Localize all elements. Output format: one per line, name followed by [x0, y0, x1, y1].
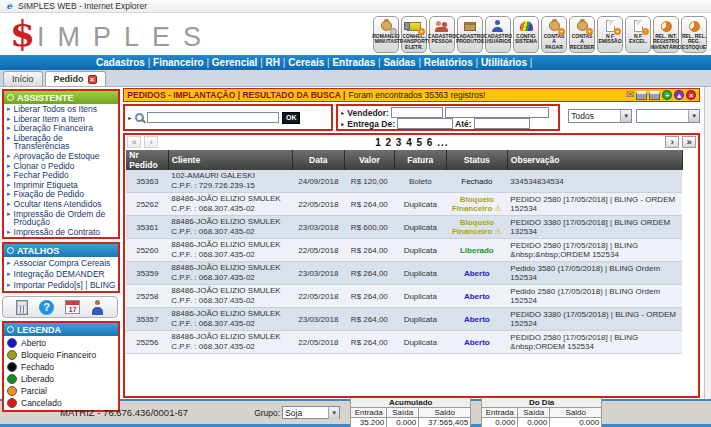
mail-icon[interactable]: ✉: [626, 90, 634, 100]
menu-cereais[interactable]: Cereais: [288, 57, 332, 68]
sidebar-item-liberacao-financeira[interactable]: ▸Liberação Financeira: [4, 124, 118, 133]
expander-icon[interactable]: ▸: [341, 120, 344, 127]
add-icon[interactable]: +: [662, 90, 672, 100]
sidebar-item-impressao-ordem-producao[interactable]: ▸Impressão de Ordem de Produção: [4, 210, 118, 227]
sidebar-item-impressao-contrato[interactable]: ▸Impressão de Contrato: [4, 228, 118, 237]
expander-icon[interactable]: ▸: [128, 114, 131, 121]
next-page-button[interactable]: ›: [665, 136, 679, 148]
grupo-select[interactable]: Soja ▼: [282, 406, 340, 419]
pie-chart-icon: [655, 19, 677, 34]
tab-pedido[interactable]: Pedido ×: [45, 71, 106, 86]
arrow-icon: ▸: [7, 162, 11, 171]
up-icon[interactable]: ▲: [674, 90, 684, 100]
table-row[interactable]: 35357 88486-JOÃO ELIZIO SMULEKC.P.F. : 0…: [126, 308, 682, 331]
toolbar-button-config-sistema[interactable]: CONFIG SISTEMA: [513, 16, 539, 53]
tab-inicio[interactable]: Início: [3, 71, 43, 86]
toolbar-button-nf-emissao[interactable]: + N F EMISSÃO: [597, 16, 623, 53]
entrega-de-input[interactable]: [397, 118, 453, 129]
ate-input[interactable]: [474, 118, 530, 129]
scrollbar[interactable]: [704, 87, 711, 399]
acumulado-title: Acumulado: [351, 398, 471, 408]
toolbar-button-romaneio-minutas[interactable]: ROMANEIO MINUTAS: [373, 16, 399, 53]
table-row[interactable]: 25262 88486-JOÃO ELIZIO SMULEKC.P.F. : 0…: [126, 193, 682, 216]
toolbar-button-rel-reg-estoque[interactable]: REL. REL. REG. ESTOQUE: [681, 16, 707, 53]
vendedor-label: Vendedor:: [347, 108, 389, 118]
toolbar-button-conhec-transporte[interactable]: + CONHEC. TRANSPORTE ELETR.: [401, 16, 427, 53]
sidebar-item-importar-pedidos-bling[interactable]: ▸Importar Pedido[s] | BLING: [4, 281, 118, 290]
sidebar-item-clonar-pedido[interactable]: ▸Clonar o Pedido: [4, 162, 118, 171]
status-dot-blue: [7, 338, 17, 348]
menu-cadastros[interactable]: Cadastros: [96, 57, 153, 68]
col-cliente[interactable]: Cliente: [168, 150, 292, 170]
col-data[interactable]: Data: [292, 150, 344, 170]
sidebar-item-imprimir-etiqueta[interactable]: ▸Imprimir Etiqueta: [4, 181, 118, 190]
search-input[interactable]: [147, 112, 279, 123]
table-row[interactable]: 35359 88486-JOÃO ELIZIO SMULEKC.P.F. : 0…: [126, 262, 682, 285]
print-icon[interactable]: [649, 91, 660, 100]
close-icon[interactable]: ×: [686, 90, 696, 100]
person-icon[interactable]: [91, 300, 104, 315]
cell-status: Aberto: [446, 308, 507, 331]
filter-row: ▸ OK ▸ Vendedor: ▸ Entrega De: Até:: [123, 104, 700, 131]
sidebar-item-aprovacao-estoque[interactable]: ▸Aprovação de Estoque: [4, 152, 118, 161]
calendar-icon[interactable]: 17: [65, 300, 80, 314]
menu-utilitarios[interactable]: Utilitários: [481, 57, 535, 68]
tipo-select[interactable]: Todos ▼: [568, 109, 632, 123]
sidebar-item-liberacao-transferencias[interactable]: ▸Liberação de Transferências: [4, 134, 118, 151]
toolbar-button-contas-a-pagar[interactable]: + CONTAS A PAGAR: [541, 16, 567, 53]
sidebar-item-integracao-demander[interactable]: ▸Integração DEMANDER: [4, 270, 118, 279]
menu-entradas[interactable]: Entradas: [332, 57, 383, 68]
cell-valor: R$ 264,00: [344, 239, 394, 262]
document-icon: +: [599, 19, 621, 34]
bullet-circle-icon: [7, 94, 14, 101]
toolbar-button-contas-a-receber[interactable]: + CONTAS A RECEBER: [569, 16, 595, 53]
print-icon[interactable]: [636, 91, 647, 100]
box-icon: [459, 19, 481, 34]
window-titlebar: e SIMPLES WEB - Internet Explorer: [0, 0, 711, 13]
search-ok-button[interactable]: OK: [282, 112, 300, 124]
sidebar-item-fechar-pedido[interactable]: ▸Fechar Pedido: [4, 171, 118, 180]
cell-cliente: 88486-JOÃO ELIZIO SMULEKC.P.F. : 068.307…: [168, 193, 292, 216]
first-page-button[interactable]: «: [127, 136, 141, 148]
arrow-icon: ▸: [7, 190, 11, 199]
toolbar-button-cadastro-pessoa[interactable]: CADASTRO PESSOA: [429, 16, 455, 53]
page-numbers[interactable]: 1 2 3 4 5 6 ...: [375, 137, 448, 148]
close-icon[interactable]: ×: [88, 75, 97, 84]
toolbar-button-nf-excel[interactable]: ↑ N F EXCEL.: [625, 16, 651, 53]
expander-icon[interactable]: ▸: [341, 109, 344, 116]
tab-strip: Início Pedido ×: [0, 70, 711, 87]
vendedor-code-input[interactable]: [391, 107, 443, 118]
col-status[interactable]: Status: [446, 150, 507, 170]
col-valor[interactable]: Valor: [344, 150, 394, 170]
sidebar-item-ocultar-itens[interactable]: ▸Ocultar Itens Atendidos: [4, 200, 118, 209]
prev-page-button[interactable]: ‹: [144, 136, 158, 148]
toolbar-button-rel-registro-inventario[interactable]: REL. INT. REGISTRO INVENTÁRIO: [653, 16, 679, 53]
calculator-icon[interactable]: [16, 300, 28, 315]
table-row[interactable]: 25260 88486-JOÃO ELIZIO SMULEKC.P.F. : 0…: [126, 239, 682, 262]
sidebar-item-fixacao-pedido[interactable]: ▸Fixação de Pedido: [4, 190, 118, 199]
table-row[interactable]: 25258 88486-JOÃO ELIZIO SMULEKC.P.F. : 0…: [126, 285, 682, 308]
moneybag-clock-icon: [375, 19, 397, 34]
table-row[interactable]: 35361 88486-JOÃO ELIZIO SMULEKC.P.F. : 0…: [126, 216, 682, 239]
menu-financeiro[interactable]: Financeiro: [153, 57, 212, 68]
result-bar: PEDIDOS - IMPLANTAÇÃO | RESULTADO DA BUS…: [123, 88, 700, 102]
menu-saidas[interactable]: Saídas: [383, 57, 423, 68]
sidebar-item-associar-compra[interactable]: ▸Associar Compra Cereais: [4, 259, 118, 268]
table-row[interactable]: 25256 88486-JOÃO ELIZIO SMULEKC.P.F. : 0…: [126, 331, 682, 354]
col-nr-pedido[interactable]: Nr Pedido: [126, 150, 168, 170]
sidebar-item-liberar-todos[interactable]: ▸Liberar Todos os Itens: [4, 105, 118, 114]
col-fatura[interactable]: Fatura: [394, 150, 446, 170]
toolbar-button-cadastro-usuarios[interactable]: CADASTRO USUÁRIOS: [485, 16, 511, 53]
col-observacao[interactable]: Observação: [507, 150, 682, 170]
toolbar-button-cadastro-produtos[interactable]: CADASTRO PRODUTOS: [457, 16, 483, 53]
menu-rh[interactable]: RH: [266, 57, 289, 68]
menu-gerencial[interactable]: Gerencial: [212, 57, 266, 68]
last-page-button[interactable]: »: [682, 136, 696, 148]
vendedor-name-input[interactable]: [445, 107, 549, 118]
help-icon[interactable]: ?: [39, 300, 54, 315]
sidebar-item-liberar-item[interactable]: ▸Liberar Item a Item: [4, 115, 118, 124]
table-row[interactable]: 35363 102-AMAURI GALESKIC.P.F. : 729.726…: [126, 170, 682, 193]
menu-relatorios[interactable]: Relatórios: [424, 57, 481, 68]
extra-select[interactable]: ▼: [636, 109, 700, 123]
legend-item-parcial: Parcial: [7, 386, 118, 396]
